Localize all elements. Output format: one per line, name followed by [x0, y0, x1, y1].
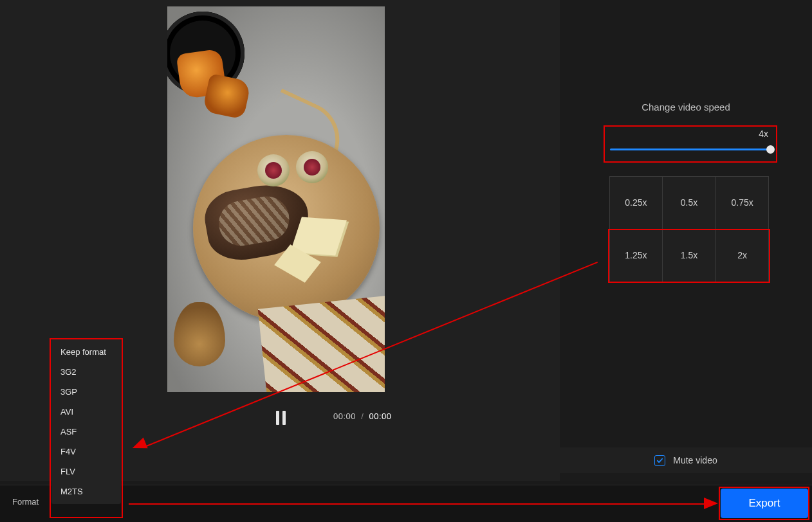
mute-label: Mute video: [673, 455, 717, 465]
format-option[interactable]: ASF: [51, 422, 121, 442]
pause-button[interactable]: [272, 409, 290, 427]
speed-preset[interactable]: 1.5x: [662, 229, 716, 282]
format-label: Format: [12, 497, 39, 507]
mute-checkbox[interactable]: [654, 455, 665, 466]
mute-row: Mute video: [560, 447, 812, 473]
video-canvas[interactable]: [167, 6, 385, 392]
speed-panel-title: Change video speed: [560, 102, 812, 113]
speed-slider-value: 4x: [759, 129, 768, 139]
speed-preset[interactable]: 0.5x: [662, 176, 716, 230]
speed-slider[interactable]: [610, 148, 771, 150]
format-option[interactable]: 3G2: [51, 362, 121, 382]
speed-preset[interactable]: 2x: [715, 229, 770, 282]
export-button[interactable]: Export: [721, 489, 808, 518]
format-option[interactable]: F4V: [51, 442, 121, 462]
check-icon: [656, 457, 663, 464]
timecode: 00:00 / 00:00: [333, 411, 391, 421]
format-option[interactable]: FLV: [51, 462, 121, 482]
time-separator: /: [361, 411, 364, 421]
format-option[interactable]: M2TS: [51, 482, 121, 501]
speed-preset-grid: 0.25x 0.5x 0.75x 1.25x 1.5x 2x: [609, 176, 769, 282]
format-option[interactable]: Keep format: [51, 342, 121, 362]
speed-slider-box: 4x: [605, 126, 776, 162]
bottom-bar: Format Export: [0, 485, 812, 522]
time-current: 00:00: [333, 411, 356, 421]
speed-preset[interactable]: 1.25x: [609, 229, 663, 282]
time-duration: 00:00: [369, 411, 391, 421]
speed-preset[interactable]: 0.25x: [609, 176, 663, 230]
format-dropdown-menu[interactable]: Keep format 3G2 3GP AVI ASF F4V FLV M2TS: [51, 339, 121, 504]
format-option[interactable]: 3GP: [51, 382, 121, 402]
speed-preset[interactable]: 0.75x: [715, 176, 770, 230]
slider-thumb[interactable]: [766, 145, 775, 154]
format-option[interactable]: AVI: [51, 402, 121, 422]
